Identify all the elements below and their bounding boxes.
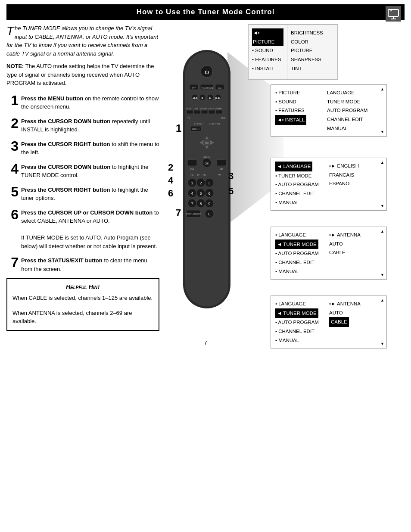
menu-panel-1-left: • PICTURE • SOUND • FEATURES ◄• INSTALL (275, 88, 323, 133)
menu-panel-4-left: • LANGUAGE ◄ TUNER MODE • AUTO PROGRAM •… (275, 299, 325, 345)
svg-text:TV: TV (187, 117, 190, 119)
mp4-arrow-down: ▼ (380, 342, 384, 346)
main-content: The TUNER MODE allows you to change the … (0, 24, 411, 331)
mp3-r-cable: CABLE (329, 248, 361, 257)
svg-text:−: − (221, 161, 223, 165)
step-3-number: 3 (6, 139, 19, 153)
menu-panel-3-right: •► ANTENNA AUTO CABLE (329, 230, 361, 276)
mp4-language: • LANGUAGE (275, 299, 325, 308)
menu-panel-2: ◄ LANGUAGE • TUNER MODE • AUTO PROGRAM •… (271, 158, 387, 211)
svg-text:FORMAT: FORMAT (214, 107, 223, 110)
screen-item-features: • FEATURES (252, 55, 283, 64)
screen-right-sharpness: SHARPNESS (291, 55, 323, 64)
mp4-chanedit: • CHANNEL EDIT (275, 327, 325, 336)
mp4-r-antenna: •► ANTENNA (329, 299, 361, 308)
step-label-1: 1 (176, 122, 181, 134)
svg-text:CC: CC (218, 87, 222, 89)
step-5-text: Press the CURSOR RIGHT button to highlig… (21, 185, 159, 202)
tv-screen-preview: ◄• PICTURE • SOUND • FEATURES • INSTALL … (248, 24, 338, 80)
mp2-r-english: •► ENGLISH (329, 162, 359, 171)
mp3-autoprog: • AUTO PROGRAM (275, 249, 325, 258)
svg-text:4: 4 (191, 191, 193, 196)
mp4-arrow-up: ▲ (380, 298, 384, 302)
svg-text:1: 1 (191, 181, 193, 185)
remote-svg: ⏻ PP POSITION CC ◀◀ ■ ▶ ▶▶ (164, 46, 250, 326)
svg-text:ACC: ACC (221, 117, 226, 119)
menu-panel-1-right: LANGUAGE TUNER MODE AUTO PROGRAM CHANNEL… (327, 88, 367, 133)
mp3-tuner: ◄ TUNER MODE (275, 240, 318, 249)
svg-text:−: − (191, 161, 193, 165)
menu-panel-3-inner: • LANGUAGE ◄ TUNER MODE • AUTO PROGRAM •… (275, 230, 382, 276)
step-label-2: 2 (168, 162, 173, 173)
mp3-r-auto: AUTO (329, 240, 361, 249)
steps-container: 1 Press the MENU button on the remote co… (6, 93, 159, 274)
step-7-text: Press the STATUS/EXIT button to clear th… (21, 255, 159, 273)
mp1-arrow-down: ▼ (380, 130, 384, 134)
mp1-r-autoprog: AUTO PROGRAM (327, 106, 367, 115)
right-column: ◄• PICTURE • SOUND • FEATURES • INSTALL … (164, 24, 405, 331)
header-icon (386, 6, 401, 22)
svg-text:8: 8 (199, 202, 202, 206)
screen-item-install: • INSTALL (252, 64, 283, 73)
step-1-number: 1 (6, 93, 19, 107)
step-2-text: Press the CURSOR DOWN button repeatedly … (21, 116, 159, 134)
mp3-arrow-up: ▲ (380, 229, 384, 233)
mp1-install: ◄• INSTALL (275, 115, 306, 125)
mp4-autoprog: • AUTO PROGRAM (275, 318, 325, 327)
menu-panel-4-right: •► ANTENNA AUTO CABLE (329, 299, 361, 345)
mp2-r-espanol: ESPANOL (329, 179, 359, 188)
mp3-r-antenna: •► ANTENNA (329, 230, 361, 240)
svg-text:▶: ▶ (209, 96, 212, 100)
svg-rect-27 (194, 110, 200, 114)
mp2-arrow-up: ▲ (380, 160, 384, 165)
mp1-arrow-up: ▲ (380, 87, 384, 91)
menu-panel-3: • LANGUAGE ◄ TUNER MODE • AUTO PROGRAM •… (271, 227, 387, 280)
svg-text:OK: OK (205, 162, 209, 165)
mp4-r-cable: CABLE (329, 317, 349, 327)
tv-icon (387, 8, 399, 20)
step-4-text: Press the CURSOR DOWN button to highligh… (21, 162, 159, 180)
step-6-text: Press the CURSOR UP or CURSOR DOWN butto… (21, 208, 159, 251)
step-6: 6 Press the CURSOR UP or CURSOR DOWN but… (6, 208, 159, 251)
svg-text:◀◀: ◀◀ (192, 96, 198, 100)
step-label-6: 6 (168, 188, 173, 199)
menu-panel-2-left: ◄ LANGUAGE • TUNER MODE • AUTO PROGRAM •… (275, 162, 325, 207)
step-5: 5 Press the CURSOR RIGHT button to highl… (6, 185, 159, 202)
page-number-text: 7 (204, 339, 207, 346)
menu-panel-1: • PICTURE • SOUND • FEATURES ◄• INSTALL … (271, 84, 387, 137)
mp1-r-chanedit: CHANNEL EDIT (327, 115, 367, 124)
mp3-language: • LANGUAGE (275, 230, 325, 240)
svg-text:POSITION: POSITION (201, 87, 213, 89)
svg-text:VOL: VOL (190, 168, 194, 170)
drop-cap: T (6, 25, 14, 37)
svg-rect-29 (209, 110, 215, 114)
menu-panel-4-inner: • LANGUAGE ◄ TUNER MODE • AUTO PROGRAM •… (275, 299, 382, 345)
menu-panel-1-inner: • PICTURE • SOUND • FEATURES ◄• INSTALL … (275, 88, 382, 133)
mp1-r-tuner: TUNER MODE (327, 97, 367, 106)
hint-line-1: When CABLE is selected, channels 1–125 a… (12, 294, 153, 302)
remote-and-menus: ◄• PICTURE • SOUND • FEATURES • INSTALL … (164, 24, 405, 326)
svg-text:5: 5 (199, 191, 202, 196)
svg-text:PC: PC (191, 174, 194, 176)
svg-text:3: 3 (208, 181, 210, 185)
mp3-chanedit: • CHANNEL EDIT (275, 258, 325, 267)
svg-rect-28 (201, 110, 208, 114)
svg-text:STATUS/EXIT: STATUS/EXIT (186, 213, 201, 215)
svg-rect-0 (388, 9, 399, 16)
hint-title: Helpful Hint (12, 283, 153, 290)
screen-item-sound: • SOUND (252, 46, 283, 55)
menu-panel-2-right: •► ENGLISH FRANCAIS ESPANOL (329, 162, 359, 207)
hint-box: Helpful Hint When CABLE is selected, cha… (6, 278, 159, 331)
menu-panel-4: • LANGUAGE ◄ TUNER MODE • AUTO PROGRAM •… (271, 296, 387, 348)
svg-rect-30 (216, 110, 222, 114)
mp1-picture: • PICTURE (275, 88, 323, 97)
step-label-7: 7 (176, 207, 181, 218)
intro-text: The TUNER MODE allows you to change the … (6, 24, 159, 58)
svg-text:CONTROL: CONTROL (209, 122, 221, 125)
tv-screen-left: ◄• PICTURE • SOUND • FEATURES • INSTALL (249, 25, 287, 79)
step-1-text: Press the MENU button on the remote cont… (21, 93, 159, 111)
step-label-5: 5 (228, 186, 234, 196)
mp3-manual: • MANUAL (275, 267, 325, 276)
mp1-r-language: LANGUAGE (327, 88, 367, 97)
svg-text:MENU: MENU (192, 128, 199, 131)
